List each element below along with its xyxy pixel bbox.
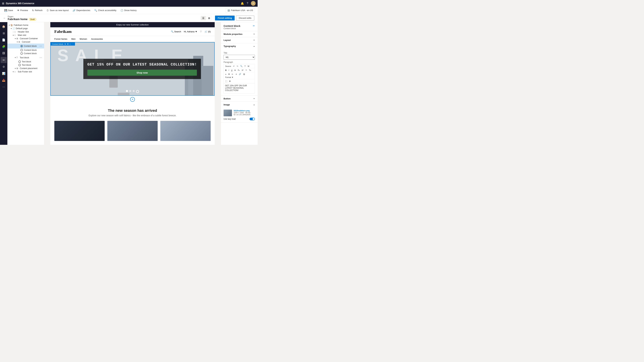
check-accessibility-button[interactable]: 🔍 Check accessibility — [92, 8, 118, 12]
tree-more-icon[interactable]: ⋯ — [39, 56, 43, 59]
notifications-icon[interactable]: 🔔 — [241, 2, 244, 5]
user-menu[interactable]: Hi, Adriana ▼ — [184, 30, 197, 33]
nav-forest-series[interactable]: Forest Series — [54, 38, 67, 40]
carousel-dot-2[interactable] — [129, 90, 131, 92]
tree-item-text-block-2[interactable]: Text block — [8, 63, 44, 67]
module-properties-header[interactable]: Module properties ▼ — [221, 31, 258, 37]
unlink-button[interactable]: ⛓ — [242, 73, 246, 76]
settings-nav-icon[interactable]: ⚙ — [1, 64, 7, 70]
badge-grid-icon[interactable]: ⊞ — [67, 43, 68, 45]
badge-more-icon[interactable]: ⋯ — [72, 43, 74, 45]
subscript-button[interactable]: X₂ — [237, 69, 240, 71]
tree-item-text-block-1[interactable]: Text block — [8, 60, 44, 63]
tree-item-carousel-container[interactable]: ▼ ⊞ Carousel Container — [8, 37, 44, 40]
wishlist-icon[interactable]: ♡ — [200, 30, 202, 33]
cut-button[interactable]: ✂ — [245, 69, 248, 71]
paste-word-button[interactable]: W — [247, 65, 250, 67]
nav-accessories[interactable]: Accessories — [91, 38, 103, 40]
components-nav-icon[interactable]: 🧩 — [1, 43, 7, 50]
undo-button[interactable]: ↩ — [232, 65, 236, 67]
preview-button[interactable]: 👁 Preview — [16, 8, 30, 12]
refresh-button[interactable]: ↻ Refresh — [30, 8, 44, 12]
grid-view-button[interactable]: ⊞ — [206, 16, 212, 20]
tree-item-header-slot[interactable]: › □ Header Slot — [8, 30, 44, 33]
button-header[interactable]: Button ▼ — [221, 96, 258, 102]
user-avatar[interactable]: A — [251, 1, 256, 6]
discard-edits-button[interactable]: Discard edits — [236, 15, 254, 20]
tree-radio — [18, 64, 21, 66]
tree-item-content-block-2[interactable]: Content block — [8, 48, 44, 52]
tree-item-fabrikam-home[interactable]: ▼ 🏠 Fabrikam home — [8, 23, 44, 27]
product-card-3[interactable] — [160, 121, 211, 141]
finish-editing-button[interactable]: Finish editing — [215, 15, 234, 20]
product-card-2[interactable] — [107, 121, 158, 141]
carousel-dot-1[interactable] — [126, 90, 128, 92]
link-button[interactable]: 🔗 — [238, 73, 242, 76]
indent-right-button[interactable]: ⇥ — [234, 73, 238, 76]
show-history-button[interactable]: 🕐 Show history — [119, 8, 138, 12]
image-filename[interactable]: SS20salehero.png — [234, 110, 250, 112]
superscript-button[interactable]: X² — [241, 69, 244, 71]
store-nav-menu: Forest Series Men Women Accessories — [50, 36, 215, 42]
carousel-dot-3[interactable] — [133, 90, 135, 92]
more-nav-icon[interactable]: ⋯ — [1, 84, 7, 90]
badge-copy-icon[interactable]: □ — [70, 43, 71, 45]
title-select[interactable]: H1 H2 H3 H4 H5 H6 — [224, 55, 255, 60]
typography-header[interactable]: Typography ▲ — [221, 43, 258, 49]
bold-button[interactable]: B — [224, 69, 228, 71]
tree-more-icon[interactable]: ⋯ — [39, 44, 43, 48]
list-ordered-button[interactable]: ≣ — [228, 73, 230, 76]
tree-item-content-block-3[interactable]: Content block — [8, 52, 44, 55]
save-as-new-layout-button[interactable]: 🗋 Save as new layout — [45, 8, 70, 12]
add-module-button[interactable]: + — [50, 96, 215, 103]
remove-format-button[interactable]: Tx — [248, 69, 252, 71]
rich-content-area[interactable]: GET 15% OFF ON OUR LATEST SEASONAL COLLE… — [224, 83, 255, 93]
tree-item-text-block-parent[interactable]: ▼ T Text block ⋯ — [8, 55, 44, 60]
tree-item-main-slot[interactable]: ▼ □ Main slot — [8, 33, 44, 37]
italic-button[interactable]: I — [228, 69, 230, 71]
media-nav-icon[interactable]: 🖼 — [1, 50, 7, 56]
source-button[interactable]: Source — [224, 65, 232, 67]
shop-now-button[interactable]: Shop now — [88, 69, 197, 76]
format-select-button[interactable]: Format ▼ — [224, 76, 234, 79]
redo-button[interactable]: ↪ — [236, 65, 239, 67]
pages-nav-icon[interactable]: 📄 — [1, 37, 7, 43]
tree-item-content-placement[interactable]: ▼ ⊞ Content placement — [8, 67, 44, 70]
publish-nav-icon[interactable]: 📤 — [1, 77, 7, 83]
fullscreen-button[interactable]: ⛶ — [224, 80, 228, 83]
properties-edit-icon[interactable]: ✏ — [253, 24, 255, 27]
carousel-dot-4[interactable] — [136, 90, 139, 93]
product-card-1[interactable] — [54, 121, 105, 141]
underline-button[interactable]: U — [230, 69, 233, 71]
strikethrough-button[interactable]: S — [234, 69, 236, 71]
layout-header[interactable]: Layout ▼ — [221, 37, 258, 43]
editor-nav-icon[interactable]: ✏ — [1, 57, 7, 63]
tree-item-carousel[interactable]: ▼ ⊞ Carousel — [8, 40, 44, 43]
tree-item-content-block-1[interactable]: Content block ⋯ — [8, 43, 44, 48]
help-icon[interactable]: ? — [247, 2, 248, 5]
grid-nav-icon[interactable]: ⊞ — [1, 30, 7, 36]
nav-men[interactable]: Men — [71, 38, 76, 40]
region-selector[interactable]: 🏢 Fabrikam USA · en-US — [226, 8, 255, 12]
analytics-nav-icon[interactable]: 📊 — [1, 70, 7, 76]
find-button[interactable]: 🔍 — [239, 65, 243, 67]
add-circle-icon[interactable]: + — [130, 97, 135, 102]
nav-women[interactable]: Women — [80, 38, 87, 40]
indent-left-button[interactable]: ⇤ — [231, 73, 234, 76]
search-button[interactable]: 🔍 Search — [171, 30, 181, 33]
tree-item-default-page[interactable]: ▼ 📄 Default page — [8, 27, 44, 30]
cart-button[interactable]: 🛒 (0) — [204, 30, 211, 33]
dependencies-button[interactable]: 🔗 Dependancies — [71, 8, 92, 12]
list-view-button[interactable]: ☰ — [201, 16, 206, 20]
save-button[interactable]: 💾 Save — [3, 8, 15, 12]
tree-item-sub-footer[interactable]: ▼ □ Sub Footer slot — [8, 70, 44, 73]
paste-text-button[interactable]: T — [244, 65, 246, 67]
app-grid-icon[interactable]: ⊞ — [2, 2, 4, 5]
tree-container-icon: ⊞ — [16, 37, 19, 40]
image-header[interactable]: Image ▲ — [221, 102, 258, 108]
list-bullet-button[interactable]: ≡ — [224, 73, 227, 76]
back-button[interactable]: ← — [3, 17, 6, 19]
table-button[interactable]: ⊞ — [228, 80, 232, 83]
lazy-load-toggle[interactable] — [250, 118, 255, 120]
home-nav-icon[interactable]: 🏠 — [1, 23, 7, 29]
